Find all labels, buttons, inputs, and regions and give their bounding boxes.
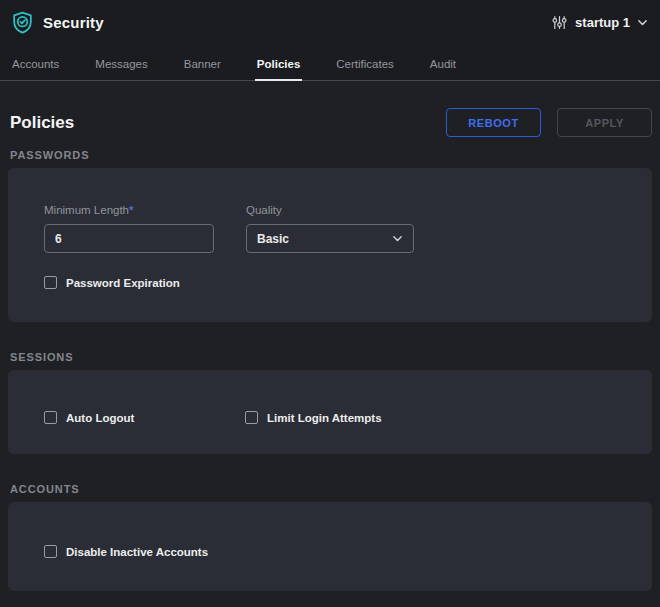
accounts-card: Disable Inactive Accounts [8, 502, 652, 591]
tab-audit[interactable]: Audit [428, 58, 458, 81]
disable-inactive-accounts-label: Disable Inactive Accounts [66, 546, 208, 558]
password-expiration-label: Password Expiration [66, 277, 180, 289]
section-label-passwords: PASSWORDS [10, 149, 660, 161]
device-name: startup 1 [575, 15, 630, 30]
disable-inactive-accounts-checkbox[interactable] [44, 545, 57, 558]
section-label-accounts: ACCOUNTS [10, 483, 660, 495]
passwords-card: Minimum Length* Quality Basic Password E… [8, 168, 652, 322]
toolbar: Policies REBOOT APPLY [0, 108, 660, 137]
auto-logout-label: Auto Logout [66, 412, 134, 424]
disable-inactive-accounts-row: Disable Inactive Accounts [44, 545, 652, 558]
sessions-card: Auto Logout Limit Login Attempts [8, 370, 652, 454]
tab-messages[interactable]: Messages [93, 58, 149, 81]
quality-select-value: Basic [257, 232, 392, 246]
sliders-icon [551, 14, 568, 31]
section-label-sessions: SESSIONS [10, 351, 660, 363]
toolbar-buttons: REBOOT APPLY [446, 108, 652, 137]
quality-label: Quality [246, 204, 414, 216]
quality-select[interactable]: Basic [246, 224, 414, 253]
minimum-length-label-text: Minimum Length [44, 204, 129, 216]
tab-accounts[interactable]: Accounts [10, 58, 61, 81]
password-expiration-row: Password Expiration [44, 276, 652, 289]
auto-logout-checkbox[interactable] [44, 411, 57, 424]
minimum-length-input[interactable] [44, 224, 214, 253]
sessions-checkbox-row: Auto Logout Limit Login Attempts [44, 411, 652, 424]
app-header: Security startup 1 [0, 0, 660, 45]
tab-bar: Accounts Messages Banner Policies Certif… [0, 45, 660, 81]
chevron-down-icon [637, 17, 648, 28]
password-expiration-checkbox[interactable] [44, 276, 57, 289]
tab-banner[interactable]: Banner [182, 58, 223, 81]
chevron-down-icon [392, 233, 403, 244]
apply-button[interactable]: APPLY [557, 108, 652, 137]
quality-field: Quality Basic [246, 204, 414, 253]
content: Policies REBOOT APPLY PASSWORDS Minimum … [0, 81, 660, 591]
required-mark: * [129, 204, 133, 216]
tab-certificates[interactable]: Certificates [334, 58, 396, 81]
app-title-group: Security [10, 10, 104, 35]
limit-login-attempts-row: Limit Login Attempts [245, 411, 382, 424]
minimum-length-field: Minimum Length* [44, 204, 214, 253]
limit-login-attempts-checkbox[interactable] [245, 411, 258, 424]
app-title: Security [43, 14, 104, 31]
reboot-button[interactable]: REBOOT [446, 108, 541, 137]
tab-policies[interactable]: Policies [255, 58, 302, 81]
device-selector[interactable]: startup 1 [551, 14, 648, 31]
passwords-field-row: Minimum Length* Quality Basic [44, 204, 652, 253]
limit-login-attempts-label: Limit Login Attempts [267, 412, 382, 424]
shield-check-icon [10, 10, 35, 35]
page-title: Policies [10, 113, 74, 133]
minimum-length-label: Minimum Length* [44, 204, 214, 216]
auto-logout-row: Auto Logout [44, 411, 245, 424]
